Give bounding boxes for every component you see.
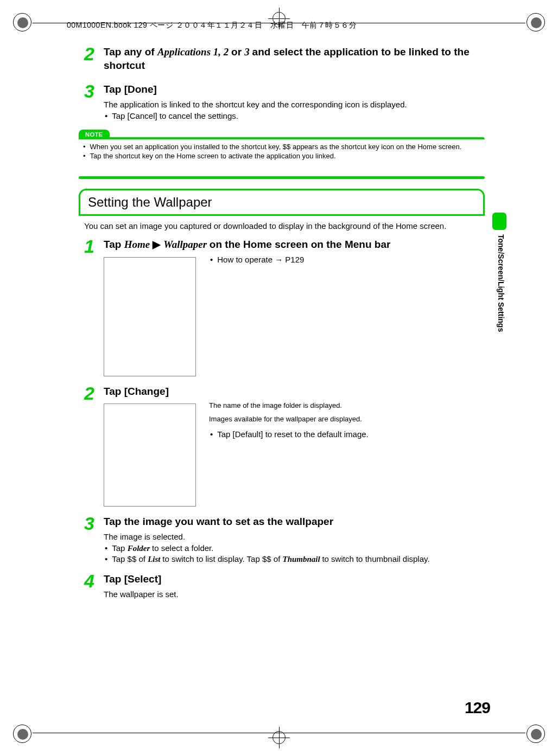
step-description: The application is linked to the shortcu… [104,100,485,109]
bullet-item: How to operate → P129 [209,255,485,264]
step-title: Tap [Change] [104,385,485,399]
step-number-3: 3 [84,515,104,565]
bullet-item: Tap [Cancel] to cancel the settings. [104,111,485,120]
wallpaper-step-2: 2 Tap [Change] The name of the image fol… [84,385,485,507]
section-divider [79,176,485,179]
step-number-4: 4 [84,573,104,601]
step-description: The wallpaper is set. [104,590,485,599]
step-number-2: 2 [84,46,104,75]
screenshot-placeholder [104,403,196,507]
wallpaper-step-4: 4 Tap [Select] The wallpaper is set. [84,573,485,601]
screenshot-placeholder [104,257,196,376]
step-number-2: 2 [84,385,104,507]
step-title: Tap Home ▶ Wallpaper on the Home screen … [104,238,485,252]
shortcut-step-2: 2 Tap any of Applications 1, 2 or 3 and … [84,46,485,75]
step-title: Tap any of Applications 1, 2 or 3 and se… [104,46,485,72]
page-number: 129 [465,699,490,717]
note-label: NOTE [79,130,110,139]
print-header: 00M1000EN.book 129 ページ ２００４年１１月２４日 水曜日 午… [67,21,512,30]
step-title: Tap the image you want to set as the wal… [104,515,485,529]
bullet-item: Tap [Default] to reset to the default im… [209,430,485,439]
note-item: Tap the shortcut key on the Home screen … [82,152,481,160]
step-number-1: 1 [84,238,104,376]
side-tab [492,213,506,230]
annotation-text: Images available for the wallpaper are d… [209,415,485,423]
side-section-label: Tone/Screen/Light Settings [497,234,505,332]
bullet-item: Tap $$ of List to switch to list display… [104,554,485,564]
step-description: The image is selected. [104,532,485,541]
note-box: NOTE When you set an application you ins… [79,129,485,164]
section-heading: Setting the Wallpaper [79,189,485,216]
wallpaper-step-1: 1 Tap Home ▶ Wallpaper on the Home scree… [84,238,485,376]
step-number-3: 3 [84,83,104,121]
note-item: When you set an application you installe… [82,143,481,151]
step-title: Tap [Select] [104,573,485,586]
step-title: Tap [Done] [104,83,485,97]
wallpaper-step-3: 3 Tap the image you want to set as the w… [84,515,485,565]
registration-mark-bottom [268,727,290,748]
shortcut-step-3: 3 Tap [Done] The application is linked t… [84,83,485,121]
annotation-text: The name of the image folder is displaye… [209,401,485,409]
section-intro: You can set an image you captured or dow… [84,221,485,230]
crop-line-bottom [33,733,525,733]
bullet-item: Tap Folder to select a folder. [104,543,485,553]
